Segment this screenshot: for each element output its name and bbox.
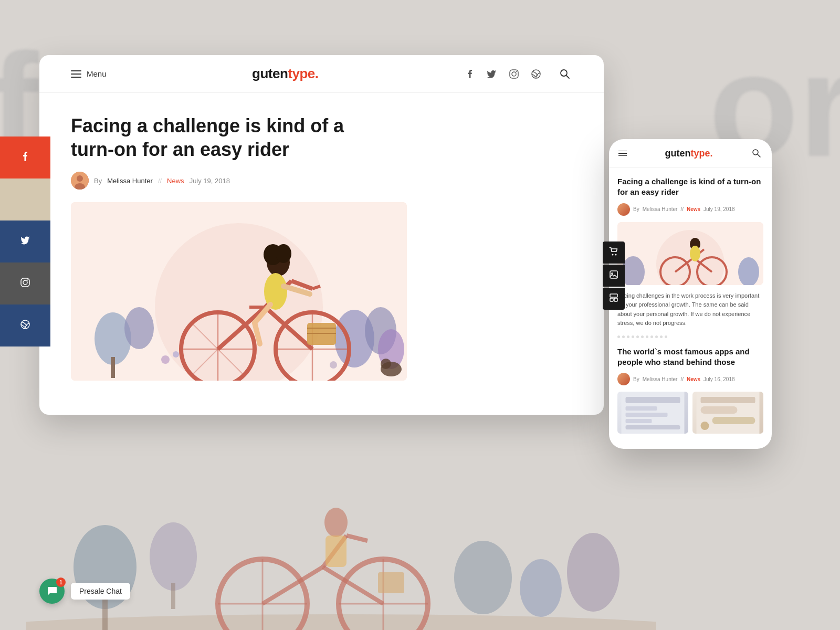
author-avatar: [71, 172, 89, 190]
facebook-icon[interactable]: [464, 68, 476, 80]
cart-icon: [609, 247, 618, 258]
svg-point-64: [330, 361, 337, 369]
article-hero-image: [71, 202, 407, 381]
article-title: Facing a challenge is kind of a turn-on …: [71, 114, 386, 161]
svg-point-20: [567, 533, 620, 612]
chat-widget: 1 Presale Chat: [39, 579, 130, 604]
mobile-article1-title: Facing a challenge is kind of a turn-on …: [617, 176, 763, 198]
right-overlay-buttons: [603, 242, 625, 310]
hamburger-icon: [71, 70, 81, 78]
mobile2-date: July 16, 2018: [704, 376, 735, 382]
meta-author: Melissa Hunter: [107, 177, 153, 185]
mobile-article1-meta: By Melissa Hunter // News July 19, 2018: [617, 203, 763, 216]
svg-rect-88: [626, 419, 652, 423]
svg-rect-15: [378, 572, 404, 593]
mobile-author-avatar: [617, 203, 630, 216]
menu-button[interactable]: Menu: [71, 69, 107, 78]
mobile-excerpt: Facing challenges in the work process is…: [617, 291, 763, 328]
meta-by-label: By: [94, 177, 102, 185]
svg-point-23: [516, 71, 517, 72]
svg-point-16: [324, 508, 348, 537]
mobile-article2-title: The world`s most famous apps and people …: [617, 346, 763, 368]
layout-button[interactable]: [603, 288, 625, 310]
svg-point-19: [520, 559, 562, 617]
svg-point-81: [690, 246, 700, 261]
header-right: [464, 67, 572, 81]
meta-separator: //: [158, 177, 162, 185]
svg-rect-85: [626, 397, 680, 403]
svg-rect-99: [610, 294, 617, 297]
svg-point-63: [173, 351, 179, 358]
mobile2-author: Melissa Hunter: [643, 376, 678, 382]
twitter-icon[interactable]: [486, 68, 498, 80]
logo-accent-text: type: [288, 66, 314, 81]
mobile-by-label: By: [633, 206, 639, 212]
instagram-icon[interactable]: [508, 68, 520, 80]
svg-point-69: [27, 279, 28, 280]
search-button[interactable]: [558, 67, 572, 81]
sidebar-facebook[interactable]: [0, 136, 50, 178]
chat-button[interactable]: 1: [39, 579, 65, 604]
mobile2-category[interactable]: News: [687, 376, 700, 382]
mobile-hero-image: [617, 222, 763, 285]
svg-point-3: [150, 522, 197, 591]
svg-line-14: [346, 536, 368, 541]
mobile-mockup: gutentype. Facing a challenge is kind of…: [609, 139, 772, 449]
sidebar-twitter[interactable]: [0, 220, 50, 262]
svg-line-72: [758, 154, 760, 157]
instagram-sidebar-icon: [20, 277, 30, 290]
svg-rect-21: [510, 70, 518, 78]
image-icon: [609, 270, 618, 281]
mobile-logo-black: guten: [665, 148, 690, 159]
desktop-content: Facing a challenge is kind of a turn-on …: [39, 93, 604, 396]
sidebar-instagram[interactable]: [0, 262, 50, 304]
svg-rect-87: [626, 413, 668, 417]
mobile-category[interactable]: News: [687, 206, 700, 212]
meta-date: July 19, 2018: [190, 177, 230, 185]
image-button[interactable]: [603, 265, 625, 287]
svg-rect-92: [701, 406, 738, 414]
meta-category[interactable]: News: [167, 177, 184, 185]
svg-rect-93: [712, 417, 755, 424]
desktop-logo: gutentype.: [252, 66, 318, 82]
mobile-article2-meta: By Melissa Hunter // News July 16, 2018: [617, 373, 763, 385]
svg-point-28: [77, 175, 83, 182]
mobile-logo: gutentype.: [665, 148, 712, 159]
mobile-logo-accent: type: [690, 148, 710, 159]
menu-label: Menu: [87, 69, 107, 78]
svg-point-94: [701, 422, 709, 430]
svg-rect-86: [626, 406, 657, 411]
mobile-header: gutentype.: [609, 139, 772, 168]
svg-point-25: [561, 70, 567, 76]
mobile-dots-separator: [617, 335, 763, 338]
cart-button[interactable]: [603, 242, 625, 264]
dribbble-sidebar-icon: [20, 319, 30, 332]
mobile-thumb-2: [692, 392, 763, 434]
svg-rect-4: [171, 583, 175, 609]
mobile-thumb-1: [617, 392, 688, 434]
svg-rect-91: [701, 397, 755, 403]
svg-point-34: [124, 307, 154, 349]
desktop-mockup: Menu gutentype. Facing a challenge is ki: [39, 55, 604, 415]
svg-point-95: [612, 254, 614, 256]
svg-point-68: [23, 280, 27, 285]
mobile-sep: //: [680, 206, 684, 212]
svg-point-22: [512, 72, 516, 76]
svg-rect-67: [21, 278, 29, 287]
social-sidebar: [0, 136, 50, 346]
mobile-menu-button[interactable]: [618, 151, 627, 156]
sidebar-dribbble[interactable]: [0, 304, 50, 346]
mobile-article2-images: [617, 392, 763, 434]
mobile-author-name: Melissa Hunter: [643, 206, 678, 212]
mobile-search-button[interactable]: [751, 148, 762, 159]
svg-point-18: [454, 541, 512, 614]
dribbble-icon[interactable]: [530, 68, 542, 80]
layout-icon: [609, 293, 618, 304]
svg-line-26: [566, 76, 569, 78]
svg-point-62: [161, 355, 170, 364]
facebook-sidebar-icon: [23, 151, 28, 164]
article-meta: By Melissa Hunter // News July 19, 2018: [71, 172, 572, 190]
mobile-content: Facing a challenge is kind of a turn-on …: [609, 168, 772, 447]
svg-point-57: [276, 244, 291, 263]
svg-rect-100: [610, 298, 613, 301]
